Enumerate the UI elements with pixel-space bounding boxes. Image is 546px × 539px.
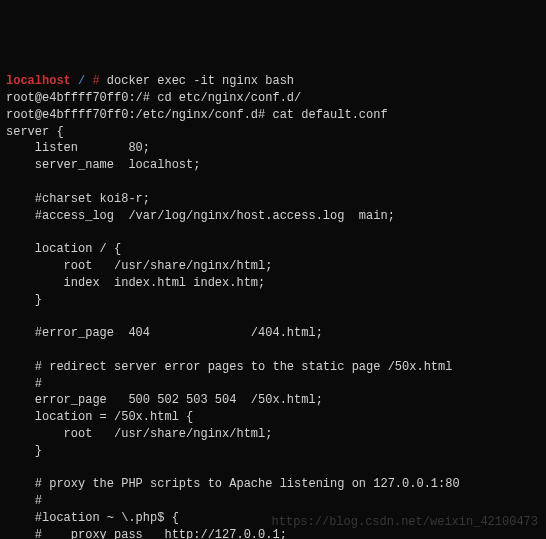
- conf-line: index index.html index.htm;: [6, 276, 265, 290]
- conf-line: location = /50x.html {: [6, 410, 193, 424]
- conf-line: listen 80;: [6, 141, 150, 155]
- conf-line: #: [6, 377, 42, 391]
- command-text: docker exec -it nginx bash: [100, 74, 294, 88]
- conf-line: # proxy_pass http://127.0.0.1;: [6, 528, 287, 539]
- conf-line: root /usr/share/nginx/html;: [6, 427, 272, 441]
- prompt-symbol: #: [92, 74, 99, 88]
- conf-line: root /usr/share/nginx/html;: [6, 259, 272, 273]
- conf-line: server_name localhost;: [6, 158, 200, 172]
- conf-line: # redirect server error pages to the sta…: [6, 360, 452, 374]
- conf-line: #: [6, 494, 42, 508]
- conf-line: #error_page 404 /404.html;: [6, 326, 323, 340]
- conf-line: }: [6, 293, 42, 307]
- prompt-line-3: root@e4bffff70ff0:/etc/nginx/conf.d# cat…: [6, 108, 388, 122]
- prompt-line-2: root@e4bffff70ff0:/# cd etc/nginx/conf.d…: [6, 91, 301, 105]
- conf-line: #charset koi8-r;: [6, 192, 150, 206]
- conf-line: }: [6, 444, 42, 458]
- conf-line: # proxy the PHP scripts to Apache listen…: [6, 477, 460, 491]
- conf-line: #location ~ \.php$ {: [6, 511, 179, 525]
- prompt-line-1: localhost / # docker exec -it nginx bash: [6, 74, 294, 88]
- watermark-text: https://blog.csdn.net/weixin_42100473: [272, 514, 538, 531]
- conf-line: location / {: [6, 242, 121, 256]
- conf-line: error_page 500 502 503 504 /50x.html;: [6, 393, 323, 407]
- hostname: localhost: [6, 74, 71, 88]
- terminal-output[interactable]: localhost / # docker exec -it nginx bash…: [6, 73, 540, 539]
- conf-line: server {: [6, 125, 64, 139]
- conf-line: #access_log /var/log/nginx/host.access.l…: [6, 209, 395, 223]
